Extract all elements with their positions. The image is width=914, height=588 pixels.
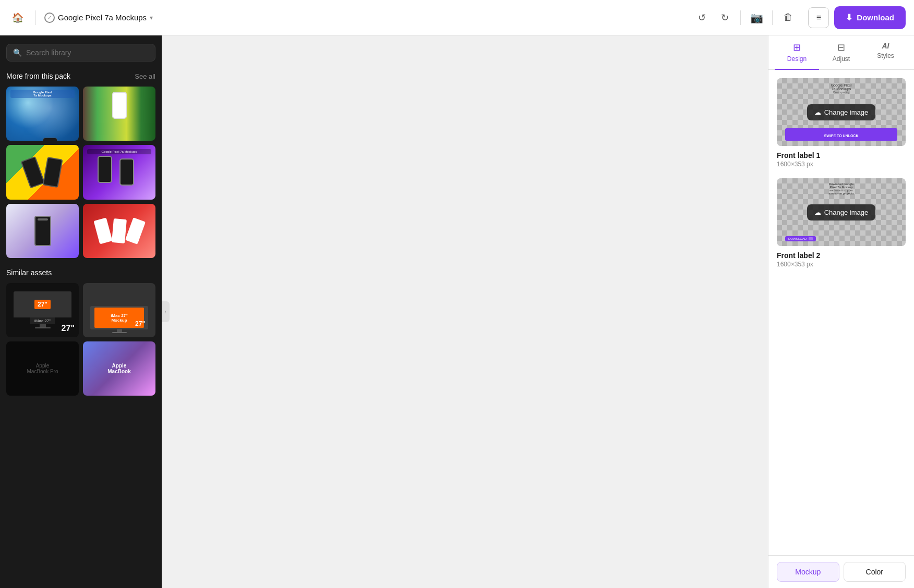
chevron-left-icon: ‹ — [164, 309, 166, 315]
undo-icon: ↺ — [698, 12, 706, 23]
image-thumb-1: Google Pixel7a Mockups Best quality SWIP… — [777, 78, 906, 146]
search-input[interactable] — [26, 48, 149, 57]
project-name: Google Pixel 7a Mockups — [58, 13, 147, 22]
more-from-pack-grid: Google Pixel7a Mockups Google Pixel 7a M… — [6, 87, 155, 258]
asset-thumb-2[interactable] — [83, 87, 155, 141]
left-sidebar: 🔍 More from this pack See all Google Pix… — [0, 35, 162, 588]
color-tab-btn[interactable]: Color — [844, 562, 906, 582]
right-panel-tabs: ⊞ Design ⊟ Adjust AI Styles — [768, 35, 914, 70]
trash-icon: 🗑 — [784, 12, 793, 23]
main-layout: 🔍 More from this pack See all Google Pix… — [0, 35, 914, 588]
search-box[interactable]: 🔍 — [6, 44, 155, 62]
more-from-pack-title: More from this pack — [6, 72, 70, 80]
asset-thumb-4[interactable]: Google Pixel 7a Mockups — [83, 145, 155, 199]
topbar-actions: ↺ ↻ 📷 🗑 — [692, 8, 798, 27]
project-status-icon — [44, 13, 55, 23]
download-button[interactable]: ⬇ Download — [834, 6, 906, 29]
download-icon: ⬇ — [846, 13, 852, 22]
right-panel-bottom: Mockup Color — [768, 555, 914, 588]
home-icon: 🏠 — [12, 12, 23, 23]
download-label: Download — [857, 13, 894, 22]
image-thumb-2: Download GooglePixel 7a Mockupand use it… — [777, 178, 906, 246]
image-card-1-title: Front label 1 — [777, 151, 906, 160]
see-all-link[interactable]: See all — [135, 72, 155, 80]
cloud-upload-icon-1: ☁ — [814, 108, 821, 116]
similar-asset-2[interactable]: iMac 27"Mockup 27" — [83, 283, 155, 337]
styles-tab-label: Styles — [877, 52, 894, 59]
stack-button[interactable]: ≡ — [808, 7, 829, 28]
canvas-area[interactable]: ‹ — [162, 35, 768, 588]
undo-button[interactable]: ↺ — [692, 8, 711, 27]
asset-thumb-5[interactable] — [6, 204, 79, 258]
delete-button[interactable]: 🗑 — [779, 8, 798, 27]
tab-adjust[interactable]: ⊟ Adjust — [819, 35, 863, 70]
camera-icon: 📷 — [750, 11, 763, 24]
collapse-handle[interactable]: ‹ — [162, 301, 170, 322]
image-card-2-size: 1600×353 px — [777, 261, 906, 268]
tab-styles[interactable]: AI Styles — [863, 35, 908, 70]
right-panel-content: Google Pixel7a Mockups Best quality SWIP… — [768, 70, 914, 555]
asset-thumb-3[interactable] — [6, 145, 79, 199]
redo-button[interactable]: ↻ — [715, 8, 734, 27]
topbar-divider-2 — [740, 10, 741, 25]
redo-icon: ↻ — [721, 12, 729, 23]
asset-thumb-6[interactable] — [83, 204, 155, 258]
similar-asset-3[interactable]: AppleMacBook Pro — [6, 341, 79, 396]
adjust-tab-label: Adjust — [833, 55, 850, 63]
image-card-1-size: 1600×353 px — [777, 161, 906, 168]
more-from-pack-header: More from this pack See all — [6, 72, 155, 80]
styles-icon: AI — [882, 42, 889, 50]
similar-assets-header: Similar assets — [6, 268, 155, 277]
adjust-icon: ⊟ — [837, 42, 845, 53]
right-panel: ⊞ Design ⊟ Adjust AI Styles Google Pixel — [768, 35, 914, 588]
similar-asset-4[interactable]: AppleMacBook — [83, 341, 155, 396]
topbar-divider-1 — [35, 10, 36, 25]
tab-design[interactable]: ⊞ Design — [775, 35, 819, 70]
image-card-2-title: Front label 2 — [777, 251, 906, 260]
design-icon: ⊞ — [793, 42, 801, 53]
image-card-2: Download GooglePixel 7a Mockupand use it… — [777, 178, 906, 268]
screenshot-button[interactable]: 📷 — [747, 8, 766, 27]
search-icon: 🔍 — [13, 48, 22, 57]
asset-thumb-1[interactable]: Google Pixel7a Mockups — [6, 87, 79, 141]
change-image-btn-2[interactable]: ☁ Change image — [807, 204, 876, 220]
project-selector[interactable]: Google Pixel 7a Mockups ▾ — [44, 13, 153, 23]
image-card-1: Google Pixel7a Mockups Best quality SWIP… — [777, 78, 906, 168]
similar-asset-1[interactable]: 27" iMac 27" 27" — [6, 283, 79, 337]
topbar-divider-3 — [772, 10, 773, 25]
chevron-down-icon: ▾ — [150, 14, 153, 21]
mockup-tab-btn[interactable]: Mockup — [777, 562, 839, 582]
similar-assets-grid: 27" iMac 27" 27" iMac 27"Mockup 27" — [6, 283, 155, 396]
topbar: 🏠 Google Pixel 7a Mockups ▾ ↺ ↻ 📷 🗑 ≡ ⬇ … — [0, 0, 914, 35]
change-image-btn-1[interactable]: ☁ Change image — [807, 104, 876, 120]
topbar-right: ≡ ⬇ Download — [808, 6, 906, 29]
design-tab-label: Design — [787, 55, 807, 63]
similar-assets-title: Similar assets — [6, 268, 52, 277]
cloud-upload-icon-2: ☁ — [814, 209, 821, 216]
home-button[interactable]: 🏠 — [8, 8, 27, 27]
stack-icon: ≡ — [816, 13, 821, 22]
